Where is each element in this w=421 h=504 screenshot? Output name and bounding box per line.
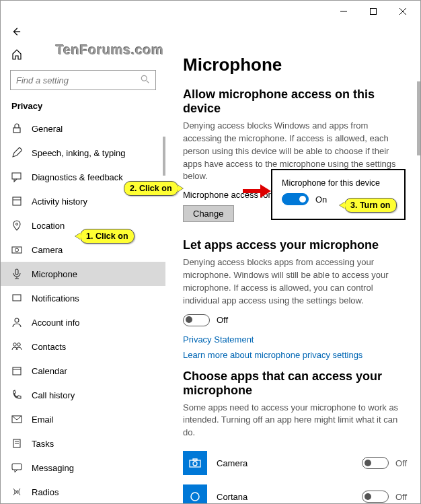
change-button[interactable]: Change (183, 205, 234, 222)
maximize-button[interactable] (358, 2, 388, 21)
toggle-label: On (315, 194, 327, 205)
svg-point-17 (13, 343, 17, 347)
nav-list: General Speech, inking, & typing Diagnos… (1, 116, 165, 504)
nav-label: Contacts (32, 342, 66, 352)
app-list: Camera Off Cortana Off Feedback Hub Off … (183, 446, 407, 503)
nav-label: Speech, inking, & typing (32, 148, 125, 158)
sidebar: Privacy General Speech, inking, & typing… (1, 42, 165, 503)
pen-icon (11, 147, 22, 158)
svg-line-6 (147, 80, 149, 83)
nav-label: Notifications (32, 293, 79, 303)
app-name: Cortana (217, 492, 352, 502)
nav-label: Tasks (32, 439, 54, 449)
nav-notifications[interactable]: Notifications (1, 286, 165, 310)
svg-point-5 (141, 75, 147, 81)
svg-rect-8 (12, 173, 21, 179)
svg-rect-14 (15, 269, 18, 275)
nav-label: Location (32, 221, 65, 231)
calendar-icon (11, 365, 22, 376)
nav-label: Radios (32, 487, 59, 497)
toggle-label: Off (217, 315, 228, 325)
nav-label: Email (32, 415, 54, 425)
svg-point-11 (16, 223, 18, 225)
annotation-callout-3: 3. Turn on (344, 198, 397, 213)
privacy-statement-link[interactable]: Privacy Statement (183, 334, 407, 345)
minimize-button[interactable] (329, 2, 358, 21)
svg-point-18 (17, 343, 21, 347)
close-button[interactable] (388, 2, 418, 21)
svg-point-31 (191, 493, 199, 501)
nav-tasks[interactable]: Tasks (1, 431, 165, 456)
nav-radios[interactable]: Radios (1, 480, 165, 504)
annotation-callout-1: 1. Click on (80, 229, 135, 244)
section-heading: Allow microphone access on this device (183, 87, 407, 116)
svg-rect-30 (193, 459, 197, 460)
svg-rect-1 (371, 9, 377, 15)
watermark: TenForums.com (56, 42, 164, 58)
main-panel: Microphone Allow microphone access on th… (165, 42, 420, 503)
section-desc: Denying access blocks apps from accessin… (183, 256, 407, 307)
back-row (1, 22, 420, 42)
svg-point-16 (15, 318, 19, 322)
nav-contacts[interactable]: Contacts (1, 334, 165, 359)
nav-label: Camera (32, 245, 63, 255)
svg-point-13 (15, 248, 19, 252)
section-heading: Let apps access your microphone (183, 238, 407, 252)
titlebar (1, 1, 420, 22)
nav-label: Diagnostics & feedback (32, 172, 123, 182)
learn-more-link[interactable]: Learn more about microphone privacy sett… (183, 350, 407, 360)
category-header: Privacy (1, 97, 165, 116)
notifications-icon (11, 293, 22, 303)
nav-calendar[interactable]: Calendar (1, 359, 165, 383)
app-toggle-label: Off (395, 492, 407, 502)
apps-access-toggle[interactable] (183, 314, 210, 326)
svg-point-29 (193, 462, 197, 466)
messaging-icon (11, 462, 22, 473)
app-name: Camera (217, 458, 352, 468)
search-icon (141, 75, 150, 86)
page-title: Microphone (183, 55, 407, 75)
main-scrollbar[interactable] (417, 42, 420, 503)
device-microphone-toggle[interactable] (282, 193, 309, 205)
radios-icon (11, 487, 22, 497)
back-button[interactable] (11, 27, 21, 38)
nav-label: General (32, 124, 63, 134)
section-desc: Some apps need to access your microphone… (183, 402, 407, 440)
app-toggle-label: Off (395, 458, 407, 468)
svg-rect-9 (13, 197, 21, 205)
nav-label: Call history (32, 390, 75, 400)
app-tile (183, 451, 207, 475)
section-heading: Choose apps that can access your microph… (183, 369, 407, 398)
nav-email[interactable]: Email (1, 407, 165, 431)
app-tile (183, 484, 207, 503)
nav-microphone[interactable]: Microphone (1, 262, 165, 286)
nav-account[interactable]: Account info (1, 310, 165, 334)
camera-icon (11, 244, 22, 255)
nav-general[interactable]: General (1, 116, 165, 141)
app-toggle[interactable] (362, 491, 389, 503)
nav-speech[interactable]: Speech, inking, & typing (1, 141, 165, 165)
nav-label: Messaging (32, 463, 74, 473)
svg-rect-25 (12, 464, 22, 470)
history-icon (11, 196, 22, 207)
popup-title: Microphone for this device (282, 178, 395, 188)
annotation-callout-2: 2. Click on (124, 181, 178, 196)
phone-icon (11, 390, 22, 400)
email-icon (11, 414, 22, 425)
search-input[interactable] (10, 70, 156, 90)
feedback-icon (11, 172, 22, 182)
nav-messaging[interactable]: Messaging (1, 456, 165, 480)
tasks-icon (11, 438, 22, 449)
svg-rect-15 (13, 295, 21, 301)
app-toggle[interactable] (362, 457, 389, 469)
svg-rect-19 (13, 367, 21, 375)
svg-rect-7 (13, 128, 20, 133)
microphone-icon (11, 268, 22, 279)
svg-rect-12 (12, 247, 22, 253)
location-icon (11, 220, 22, 231)
search-field[interactable] (16, 75, 141, 85)
nav-callhistory[interactable]: Call history (1, 383, 165, 407)
account-icon (11, 317, 22, 328)
app-row-camera: Camera Off (183, 446, 407, 480)
nav-label: Activity history (32, 196, 87, 207)
